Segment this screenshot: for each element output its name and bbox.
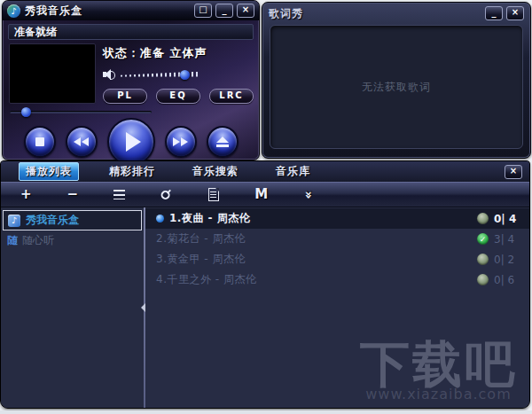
playlist-toolbar: +−M« [1,182,529,207]
remove-icon[interactable]: − [67,188,79,201]
tab-bar: 播放列表精彩排行音乐搜索音乐库 × [1,161,529,182]
key-icon[interactable] [158,186,176,204]
tab-4[interactable]: 音乐库 [269,162,317,181]
sidebar-item-label: 秀我音乐盒 [26,213,79,228]
add-icon[interactable]: + [20,188,32,201]
lyrics-minimize-button[interactable]: _ [485,6,503,20]
play-count: 0| 2 [494,254,520,266]
speaker-icon [103,69,115,80]
stop-icon [35,137,44,146]
playback-status: 状态：准备 立体声 [103,45,254,61]
volume-slider[interactable] [121,71,199,79]
channel-mode: 立体声 [170,46,207,59]
song-row-2[interactable]: 2.菊花台 - 周杰伦✓3| 4 [145,229,529,249]
download-status-icon [477,213,489,224]
app-logo-icon: ♪ [7,4,20,18]
song-title: 1.夜曲 - 周杰伦 [169,211,477,226]
lyrics-window-title: 歌词秀 [269,6,481,21]
player-titlebar[interactable]: ♪ 秀我音乐盒 □ _ × [3,1,259,20]
watermark-url: www.xiazaiba.com [360,386,517,402]
desktop-edge [0,410,532,414]
sidebar-item-2[interactable]: 随随心听 [3,231,142,250]
downloaded-check-icon: ✓ [477,233,489,245]
tab-2[interactable]: 精彩排行 [102,162,162,181]
play-count: 3| 4 [494,233,520,246]
collapse-icon[interactable]: « [301,191,314,199]
lyrics-window: 歌词秀 _ × 无法获取歌词 [262,2,531,159]
file-icon[interactable] [208,188,219,201]
song-title: 2.菊花台 - 周杰伦 [156,231,477,246]
song-row-3[interactable]: 3.黄金甲 - 周杰伦0| 2 [145,249,529,269]
volume-thumb[interactable] [180,70,190,80]
seek-thumb[interactable] [21,107,31,117]
eq-button[interactable]: EQ [156,89,200,104]
restore-button[interactable]: □ [194,4,212,18]
play-count: 0| 4 [494,213,520,225]
minimize-button[interactable]: _ [215,4,233,18]
rewind-button[interactable] [66,126,98,158]
lyrics-display: 无法获取歌词 [270,25,523,149]
player-window: ♪ 秀我音乐盒 □ _ × 准备就绪 状态：准备 立体声 [2,0,260,160]
sidebar-item-label: 随心听 [22,233,54,248]
lyrics-message: 无法获取歌词 [362,80,431,95]
forward-button[interactable] [165,126,197,158]
lrc-button[interactable]: LRC [209,89,254,104]
tab-3[interactable]: 音乐搜索 [185,162,246,181]
seek-bar[interactable] [10,111,152,113]
lyrics-titlebar[interactable]: 歌词秀 _ × [262,3,530,24]
desktop: ♪ 秀我音乐盒 □ _ × 准备就绪 状态：准备 立体声 [0,0,532,414]
status-value: 准备 [140,46,165,59]
rewind-icon [74,137,89,146]
watermark-logo: 下载吧 [360,340,517,389]
pl-button[interactable]: PL [103,89,147,104]
eject-button[interactable] [207,126,239,158]
play-button[interactable] [107,118,155,166]
song-list: 1.夜曲 - 周杰伦0| 42.菊花台 - 周杰伦✓3| 43.黄金甲 - 周杰… [145,207,529,408]
close-button[interactable]: × [237,4,254,18]
tab-1[interactable]: 播放列表 [19,162,79,181]
status-bar: 准备就绪 [8,24,254,40]
tabs: 播放列表精彩排行音乐搜索音乐库 [19,162,317,181]
playlist-panel: 播放列表精彩排行音乐搜索音乐库 × +−M« ♪秀我音乐盒随随心听 1.夜曲 -… [0,160,530,409]
song-row-1[interactable]: 1.夜曲 - 周杰伦0| 4 [145,208,529,229]
playlist-icon[interactable] [113,190,125,199]
stop-button[interactable] [24,126,56,158]
sidebar-prefix-icon: 随 [7,233,18,248]
forward-icon [173,137,188,146]
status-label: 状态： [103,46,140,59]
song-title: 3.黄金甲 - 周杰伦 [156,252,477,267]
player-window-title: 秀我音乐盒 [25,4,191,19]
watermark: 下载吧 www.xiazaiba.com [360,340,517,402]
playlist-sidebar: ♪秀我音乐盒随随心听 [1,207,144,408]
download-status-icon [477,254,489,265]
now-playing-icon [156,215,164,223]
song-title: 4.千里之外 - 周杰伦 [156,272,477,287]
music-note-icon: ♪ [8,215,20,227]
play-icon [126,132,141,152]
sidebar-item-1[interactable]: ♪秀我音乐盒 [3,210,142,230]
play-count: 0| 6 [494,274,520,286]
panel-close-button[interactable]: × [505,165,522,179]
lyrics-close-button[interactable]: × [506,6,524,20]
download-status-icon [477,274,489,285]
m-icon[interactable]: M [254,188,268,201]
eject-icon [216,137,229,147]
visualizer-screen [9,43,96,104]
song-row-4[interactable]: 4.千里之外 - 周杰伦0| 6 [145,269,529,290]
